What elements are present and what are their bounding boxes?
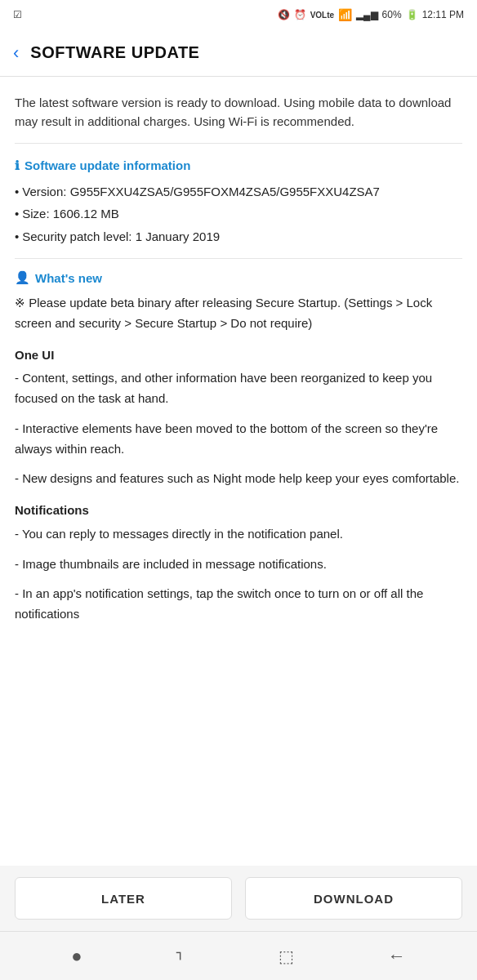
one-ui-title: One UI — [15, 345, 462, 366]
section-divider — [15, 258, 462, 259]
checkbox-icon: ☑ — [13, 9, 22, 20]
later-button[interactable]: LATER — [15, 877, 232, 920]
recent-apps-icon[interactable]: ⬚ — [279, 947, 294, 966]
status-bar: ☑ 🔇 ⏰ VOLte 📶 ▂▄▆ 60% 🔋 12:11 PM — [0, 0, 477, 29]
status-left: ☑ — [13, 9, 22, 20]
nav-bar: ● ⌐ ⬚ ← — [0, 931, 477, 980]
header: ‹ SOFTWARE UPDATE — [0, 29, 477, 77]
alarm-icon: ⏰ — [294, 9, 306, 20]
update-info-title: ℹ Software update information — [15, 158, 462, 173]
update-info-section: ℹ Software update information • Version:… — [15, 158, 462, 247]
time-display: 12:11 PM — [422, 9, 464, 20]
wifi-icon: 📶 — [338, 8, 352, 21]
size-item: • Size: 1606.12 MB — [15, 203, 462, 225]
back-button[interactable]: ‹ — [13, 42, 19, 64]
update-info-body: • Version: G955FXXU4ZSA5/G955FOXM4ZSA5/G… — [15, 181, 462, 247]
battery-icon: 🔋 — [406, 9, 418, 20]
notifications-item-3: - In an app's notification settings, tap… — [15, 584, 462, 625]
menu-icon[interactable]: ⌐ — [171, 951, 189, 961]
button-area: LATER DOWNLOAD — [0, 866, 477, 931]
status-right: 🔇 ⏰ VOLte 📶 ▂▄▆ 60% 🔋 12:11 PM — [278, 8, 464, 21]
notifications-item-2: - Image thumbnails are included in messa… — [15, 555, 462, 575]
info-icon: ℹ — [15, 158, 20, 173]
notifications-item-1: - You can reply to messages directly in … — [15, 524, 462, 545]
mute-icon: 🔇 — [278, 9, 290, 20]
main-content: The latest software version is ready to … — [0, 77, 477, 866]
home-icon[interactable]: ● — [71, 946, 82, 967]
whats-new-body: ※ Please update beta binary after releas… — [15, 293, 462, 625]
person-icon: 👤 — [15, 270, 30, 285]
whats-new-title: 👤 What's new — [15, 270, 462, 285]
one-ui-item-2: - Interactive elements have been moved t… — [15, 419, 462, 460]
one-ui-item-1: - Content, settings, and other informati… — [15, 368, 462, 409]
page-title: SOFTWARE UPDATE — [30, 43, 199, 62]
security-patch-item: • Security patch level: 1 January 2019 — [15, 226, 462, 247]
download-button[interactable]: DOWNLOAD — [245, 877, 462, 920]
whats-new-section: 👤 What's new ※ Please update beta binary… — [15, 270, 462, 625]
volte-label: VOLte — [310, 11, 334, 20]
signal-icon: ▂▄▆ — [356, 9, 378, 20]
version-item: • Version: G955FXXU4ZSA5/G955FOXM4ZSA5/G… — [15, 181, 462, 203]
intro-text: The latest software version is ready to … — [15, 93, 462, 144]
battery-percent: 60% — [382, 9, 402, 20]
back-nav-icon[interactable]: ← — [388, 946, 406, 967]
one-ui-item-3: - New designs and features such as Night… — [15, 469, 462, 489]
notifications-title: Notifications — [15, 501, 462, 521]
note-text: ※ Please update beta binary after releas… — [15, 293, 462, 334]
